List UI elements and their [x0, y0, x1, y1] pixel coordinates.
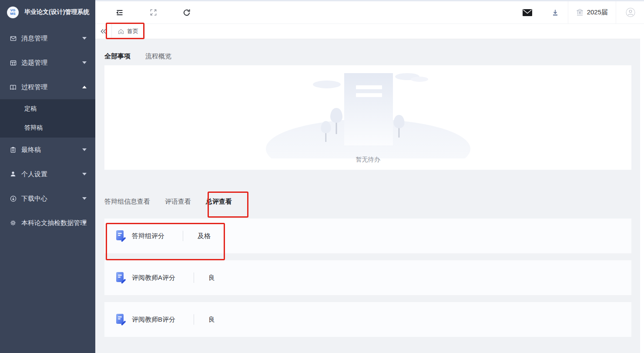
score-value: 良	[208, 316, 215, 324]
sidebar-submenu-process: 定稿 答辩稿	[0, 99, 95, 138]
scrollbar-track[interactable]	[640, 24, 644, 353]
tags-bar: 首页	[95, 24, 644, 39]
app-title: 毕业论文(设计)管理系统	[24, 8, 89, 16]
score-label: 评阅教师A评分	[132, 274, 175, 282]
app-logo: VG MS 毕业论文(设计)管理系统	[0, 0, 95, 24]
document-edit-icon	[116, 230, 126, 242]
tab-home-label: 首页	[127, 27, 138, 35]
sidebar-item-final-draft[interactable]: 定稿	[0, 99, 95, 118]
header-bar: 2025届	[95, 1, 644, 24]
document-edit-icon	[116, 272, 126, 284]
header-divider	[616, 1, 616, 24]
document-edit-icon	[116, 313, 126, 326]
divider	[194, 272, 194, 283]
chevron-up-icon	[82, 86, 87, 88]
sidebar-item-label: 最终稿	[21, 146, 41, 154]
score-row-reviewer-a[interactable]: 评阅教师A评分 良	[104, 260, 631, 295]
header-divider	[568, 1, 568, 24]
sidebar-item-messages[interactable]: 消息管理	[0, 26, 95, 50]
chevron-down-icon	[82, 37, 87, 40]
score-row-reviewer-b[interactable]: 评阅教师B评分 良	[104, 302, 631, 337]
sidebar-menu: 消息管理 选题管理 过程管理	[0, 26, 95, 235]
mail-icon[interactable]	[523, 8, 532, 17]
download-circle-icon	[10, 195, 17, 202]
sidebar-item-label: 消息管理	[21, 34, 47, 43]
graduation-year-label: 2025届	[587, 8, 608, 17]
chevron-down-icon	[82, 173, 87, 175]
chevron-down-icon	[82, 148, 87, 151]
graduation-year-selector[interactable]: 2025届	[576, 8, 608, 17]
sidebar-item-process[interactable]: 过程管理	[0, 75, 95, 99]
todo-tabs: 全部事项 流程概览	[104, 51, 631, 61]
sidebar-item-final-version[interactable]: 最终稿	[0, 138, 95, 162]
book-icon	[10, 84, 17, 91]
sidebar-item-personal-settings[interactable]: 个人设置	[0, 162, 95, 186]
tab-process-overview[interactable]: 流程概览	[145, 51, 171, 61]
review-tabs: 答辩组信息查看 评语查看 总评查看	[104, 197, 631, 206]
home-icon	[118, 29, 124, 34]
sidebar: VG MS 毕业论文(设计)管理系统 消息管理	[0, 0, 95, 353]
sidebar-item-topics[interactable]: 选题管理	[0, 50, 95, 75]
submenu-item-label: 答辩稿	[24, 124, 43, 132]
sidebar-item-label: 个人设置	[21, 170, 47, 178]
sidebar-item-defense-draft[interactable]: 答辩稿	[0, 118, 95, 138]
sidebar-item-label: 本科论文抽检数据管理	[21, 219, 87, 227]
refresh-icon[interactable]	[182, 8, 191, 17]
chevron-down-icon	[82, 222, 87, 224]
tab-all-items[interactable]: 全部事项	[104, 51, 131, 61]
menu-fold-icon[interactable]	[115, 8, 124, 17]
sidebar-item-label: 过程管理	[21, 83, 47, 91]
content-area: 全部事项 流程概览	[95, 39, 644, 353]
divider	[183, 231, 183, 241]
sidebar-item-download-center[interactable]: 下载中心	[0, 186, 95, 211]
empty-state-illustration	[264, 66, 473, 158]
mail-outline-icon	[10, 35, 17, 42]
header-left-icons	[115, 8, 191, 17]
score-value: 及格	[198, 232, 211, 240]
score-label: 答辩组评分	[132, 232, 164, 240]
empty-state-text: 暂无待办	[104, 156, 631, 164]
divider	[194, 314, 194, 325]
score-label: 评阅教师B评分	[132, 316, 175, 324]
avatar-icon[interactable]	[626, 8, 635, 17]
logo-line2: MS	[10, 12, 16, 16]
logo-badge: VG MS	[7, 7, 19, 18]
main-area: 2025届	[95, 0, 644, 353]
app-root: VG MS 毕业论文(设计)管理系统 消息管理	[0, 0, 644, 353]
fullscreen-icon[interactable]	[148, 8, 158, 17]
tab-overall-score[interactable]: 总评查看	[206, 197, 232, 206]
user-icon	[10, 171, 17, 178]
score-row-defense-group[interactable]: 答辩组评分 及格	[104, 219, 631, 253]
download-icon[interactable]	[550, 8, 560, 17]
todo-empty-panel: 暂无待办	[104, 65, 631, 170]
tab-comments-view[interactable]: 评语查看	[165, 197, 191, 206]
gear-icon	[10, 219, 17, 226]
school-icon	[576, 9, 584, 16]
sidebar-item-label: 下载中心	[21, 195, 47, 203]
tab-defense-group-info[interactable]: 答辩组信息查看	[104, 197, 150, 206]
chevron-down-icon	[82, 197, 87, 200]
double-chevron-left-icon[interactable]	[95, 24, 111, 39]
sidebar-item-sampling-data[interactable]: 本科论文抽检数据管理	[0, 211, 95, 235]
grid-icon	[10, 59, 17, 66]
sidebar-item-label: 选题管理	[21, 59, 47, 67]
clipboard-icon	[10, 146, 17, 153]
submenu-item-label: 定稿	[24, 105, 37, 113]
score-value: 良	[208, 274, 215, 282]
tab-home[interactable]: 首页	[111, 24, 145, 39]
chevron-down-icon	[82, 61, 87, 64]
header-right: 2025届	[523, 1, 635, 24]
